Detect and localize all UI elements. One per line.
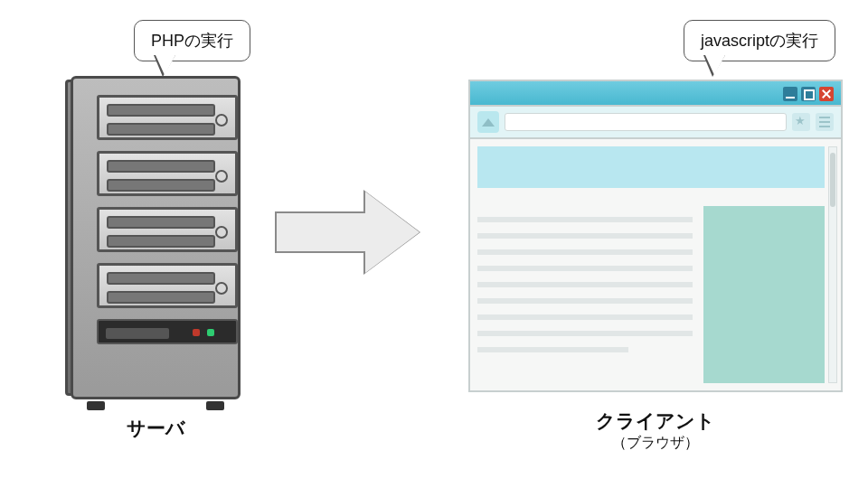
- drive-knob: [215, 170, 228, 183]
- scrollbar-thumb: [830, 153, 835, 207]
- drive-slot: [107, 104, 215, 117]
- drive-bay: [97, 263, 238, 308]
- text-line: [477, 314, 693, 320]
- server-callout-text: PHPの実行: [151, 32, 233, 50]
- text-line: [477, 347, 628, 352]
- server-illustration: [65, 70, 246, 405]
- server-callout: PHPの実行: [134, 20, 250, 61]
- client-label-text: クライアント: [596, 410, 715, 431]
- browser-viewport: [477, 146, 825, 383]
- scrollbar: [828, 146, 837, 383]
- browser-toolbar: [470, 107, 841, 139]
- text-line: [477, 266, 693, 271]
- text-line: [477, 249, 693, 255]
- client-label: クライアント: [468, 408, 843, 434]
- client-callout-tail: [703, 55, 725, 77]
- drive-knob: [215, 114, 228, 127]
- drive-slot: [107, 291, 215, 304]
- page-content-block: [477, 206, 693, 383]
- drive-slot: [107, 216, 215, 229]
- drive-slot: [107, 123, 215, 136]
- server-body: [71, 76, 241, 399]
- drive-bay: [97, 151, 238, 196]
- minimize-icon: [783, 87, 797, 101]
- drive-bay: [97, 207, 238, 252]
- optical-drive: [106, 328, 169, 339]
- text-line: [477, 233, 693, 239]
- status-led-green: [207, 329, 214, 336]
- text-line: [477, 298, 693, 304]
- status-led-red: [193, 329, 200, 336]
- text-line: [477, 217, 693, 222]
- browser-titlebar: [470, 81, 841, 107]
- client-sublabel-text: （ブラウザ）: [612, 435, 699, 450]
- drive-knob: [215, 282, 228, 295]
- server-foot: [87, 401, 105, 410]
- text-line: [477, 282, 693, 287]
- server-label-text: サーバ: [127, 418, 185, 438]
- drive-slot: [107, 160, 215, 173]
- client-callout-text: javascriptの実行: [701, 32, 818, 50]
- page-hero-block: [477, 146, 825, 188]
- drive-slot: [107, 235, 215, 248]
- star-icon: [792, 113, 810, 131]
- arrow-right-icon: [275, 192, 420, 273]
- text-line: [477, 331, 693, 336]
- client-sublabel: （ブラウザ）: [468, 434, 843, 453]
- hamburger-icon: [816, 113, 834, 131]
- drive-bay: [97, 95, 238, 140]
- page-aside-block: [703, 206, 825, 383]
- drive-slot: [107, 179, 215, 192]
- server-control-panel: [97, 319, 238, 344]
- browser-window: [468, 80, 843, 392]
- drive-knob: [215, 226, 228, 239]
- server-label: サーバ: [65, 416, 246, 441]
- url-bar: [505, 113, 787, 131]
- close-icon: [819, 87, 834, 101]
- server-foot: [206, 401, 224, 410]
- drive-slot: [107, 272, 215, 285]
- home-icon: [477, 111, 499, 133]
- maximize-icon: [801, 87, 816, 101]
